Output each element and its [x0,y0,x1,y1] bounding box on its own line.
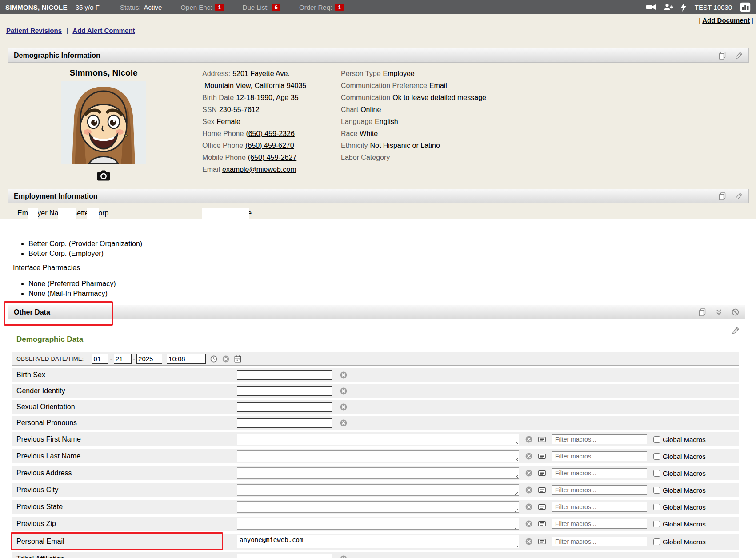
clear-x-icon[interactable] [525,435,533,443]
webchart-patient-screen: SIMMONS, NICOLE 35 y/o F Status: Active … [0,0,756,558]
clear-x-icon[interactable] [222,355,230,363]
calendar-icon[interactable] [234,355,242,363]
demographic-fields-right: Person TypeEmployee Communication Prefer… [341,70,486,166]
clear-x-icon[interactable] [340,403,348,411]
macro-list-icon[interactable] [537,520,547,528]
edit-pencil-icon[interactable] [735,192,743,200]
clear-x-icon[interactable] [525,503,533,511]
office-phone-link[interactable]: (650) 459-6270 [245,142,294,149]
clear-x-icon[interactable] [340,419,348,427]
global-macros-checkbox[interactable] [653,453,660,460]
order-req-badge[interactable]: 1 [335,4,344,11]
field-sex: SexFemale [202,118,306,130]
separator: | [66,27,68,34]
row-label: Previous Zip [12,520,237,528]
copy-icon[interactable] [718,192,727,201]
previous-zip-textarea[interactable] [237,518,519,530]
birth-sex-input[interactable] [237,370,332,380]
gender-identity-input[interactable] [237,386,332,396]
filter-macros-input[interactable] [552,468,647,478]
global-macros-checkbox[interactable] [653,521,660,527]
clear-x-icon[interactable] [525,520,533,528]
macro-list-icon[interactable] [537,503,547,511]
observed-time-input[interactable] [167,354,206,364]
edit-pencil-icon[interactable] [735,51,743,60]
demographic-panel-header: Demographic Information [8,48,749,63]
global-macros-checkbox[interactable] [653,436,660,443]
row-previous-zip: Previous Zip Global Macros [12,517,739,531]
field-chart: ChartOnline [341,106,486,118]
collapse-double-chevron-icon[interactable] [715,308,723,316]
filter-macros-input[interactable] [552,434,647,444]
row-label: Gender Identity [12,387,237,395]
clear-x-icon[interactable] [525,469,533,477]
macro-list-icon[interactable] [537,538,547,546]
global-macros-checkbox[interactable] [653,504,660,510]
filter-macros-input[interactable] [552,451,647,461]
clear-x-icon[interactable] [340,371,348,379]
previous-first-name-textarea[interactable] [237,434,519,445]
global-macros-label: Global Macros [663,520,706,528]
global-macros-checkbox[interactable] [653,470,660,477]
previous-state-textarea[interactable] [237,501,519,513]
macro-list-icon[interactable] [537,486,547,494]
global-macros-label: Global Macros [663,470,706,477]
macro-list-icon[interactable] [537,435,547,443]
email-link[interactable]: example@mieweb.com [222,166,296,173]
clear-x-icon[interactable] [340,387,348,395]
open-enc-badge[interactable]: 1 [215,4,224,11]
filter-macros-input[interactable] [552,537,647,546]
previous-address-textarea[interactable] [237,467,519,479]
mobile-phone-link[interactable]: (650) 459-2627 [248,154,296,161]
home-phone-link[interactable]: (650) 459-2326 [246,130,294,137]
ban-icon[interactable] [731,308,740,316]
add-alert-comment-link[interactable]: Add Alert Comment [72,27,135,34]
macro-list-icon[interactable] [537,469,547,477]
field-home-phone: Home Phone(650) 459-2326 [202,130,306,142]
global-macros-label: Global Macros [663,503,706,511]
video-camera-icon[interactable] [646,3,656,12]
previous-last-name-textarea[interactable] [237,450,519,462]
row-label: Previous State [12,503,237,511]
row-sexual-orientation: Sexual Orientation [12,400,739,414]
global-macros-checkbox[interactable] [653,487,660,494]
global-macros-label: Global Macros [663,538,706,546]
clock-icon[interactable] [210,355,218,363]
copy-icon[interactable] [718,51,727,60]
macro-list-icon[interactable] [537,452,547,460]
clear-x-icon[interactable] [340,555,348,558]
previous-city-textarea[interactable] [237,484,519,496]
personal-email-textarea[interactable]: anyone@mieweb.com [237,535,519,548]
copy-icon[interactable] [698,308,707,317]
observed-month-input[interactable] [92,354,108,364]
patient-photo [61,81,146,164]
lightning-icon[interactable] [680,3,687,12]
patient-revisions-link[interactable]: Patient Revisions [6,27,62,34]
observed-day-input[interactable] [114,354,132,364]
row-previous-address: Previous Address Global Macros [12,466,739,480]
tribal-affiliation-input[interactable] [237,554,332,558]
sexual-orientation-input[interactable] [237,402,332,412]
row-personal-pronouns: Personal Pronouns [12,416,739,430]
organization-list: Better Corp. (Provider Organization) Bet… [28,239,142,259]
observed-year-input[interactable] [136,354,162,364]
filter-macros-input[interactable] [552,519,647,529]
add-person-icon[interactable] [664,3,673,12]
due-list-badge[interactable]: 6 [272,4,280,11]
field-email: Emailexample@mieweb.com [202,166,306,178]
field-communication: CommunicationOk to leave detailed messag… [341,94,486,106]
camera-icon[interactable] [96,168,112,182]
edit-pencil-icon[interactable] [732,326,740,335]
clear-x-icon[interactable] [525,486,533,494]
bar-chart-icon[interactable] [740,2,751,12]
clear-x-icon[interactable] [525,538,533,546]
row-gender-identity: Gender Identity [12,384,739,398]
global-macros-checkbox[interactable] [653,538,660,545]
filter-macros-input[interactable] [552,502,647,512]
add-document-link[interactable]: Add Document [702,16,750,24]
row-previous-last-name: Previous Last Name Global Macros [12,449,739,463]
clear-x-icon[interactable] [525,452,533,460]
demographic-information-panel: Demographic Information Simmons, Nicole [8,48,749,189]
personal-pronouns-input[interactable] [237,418,332,428]
filter-macros-input[interactable] [552,485,647,495]
